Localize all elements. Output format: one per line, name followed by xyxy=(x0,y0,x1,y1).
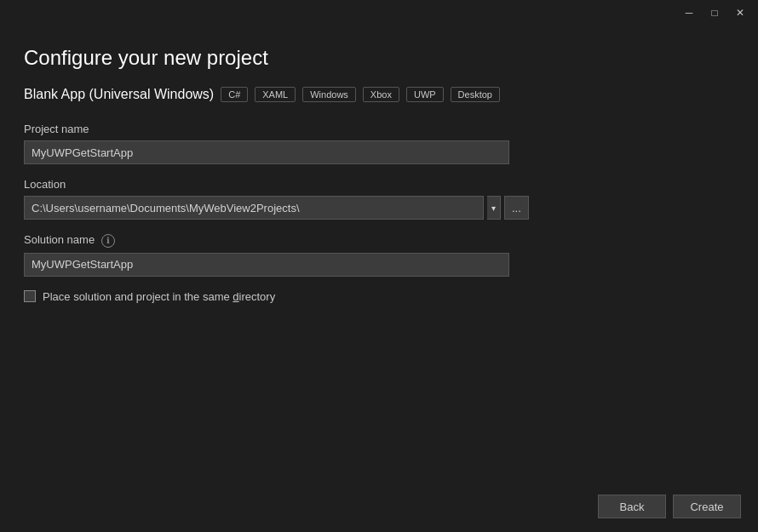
tag-csharp: C# xyxy=(221,87,248,102)
tag-uwp: UWP xyxy=(406,87,444,102)
maximize-button[interactable]: □ xyxy=(703,4,726,21)
solution-name-label: Solution name ℹ xyxy=(24,233,734,248)
page-title: Configure your new project xyxy=(24,46,734,70)
location-input[interactable] xyxy=(24,196,484,220)
project-name-group: Project name xyxy=(24,123,734,164)
browse-button[interactable]: ... xyxy=(504,196,529,220)
close-button[interactable]: ✕ xyxy=(729,4,751,21)
project-name-input[interactable] xyxy=(24,140,509,164)
solution-name-input[interactable] xyxy=(24,253,509,277)
solution-name-info-icon[interactable]: ℹ xyxy=(101,234,115,248)
tag-windows: Windows xyxy=(302,87,356,102)
title-bar: ─ □ ✕ xyxy=(0,0,758,26)
location-group: Location ▾ ... xyxy=(24,178,734,220)
same-directory-label[interactable]: Place solution and project in the same d… xyxy=(43,290,275,303)
location-dropdown-button[interactable]: ▾ xyxy=(487,196,501,220)
project-subtitle-row: Blank App (Universal Windows) C# XAML Wi… xyxy=(24,87,734,102)
location-row: ▾ ... xyxy=(24,196,734,220)
project-template-name: Blank App (Universal Windows) xyxy=(24,87,214,102)
tag-xaml: XAML xyxy=(255,87,296,102)
minimize-button[interactable]: ─ xyxy=(678,4,700,21)
solution-name-group: Solution name ℹ xyxy=(24,233,734,277)
tag-desktop: Desktop xyxy=(451,87,500,102)
main-content: Configure your new project Blank App (Un… xyxy=(0,26,758,323)
footer: Back Create xyxy=(0,481,758,532)
project-name-label: Project name xyxy=(24,123,734,135)
same-directory-row: Place solution and project in the same d… xyxy=(24,290,734,303)
create-button[interactable]: Create xyxy=(673,495,741,518)
same-directory-checkbox[interactable] xyxy=(24,290,36,302)
tag-xbox: Xbox xyxy=(363,87,399,102)
back-button[interactable]: Back xyxy=(598,495,666,518)
location-label: Location xyxy=(24,178,734,191)
